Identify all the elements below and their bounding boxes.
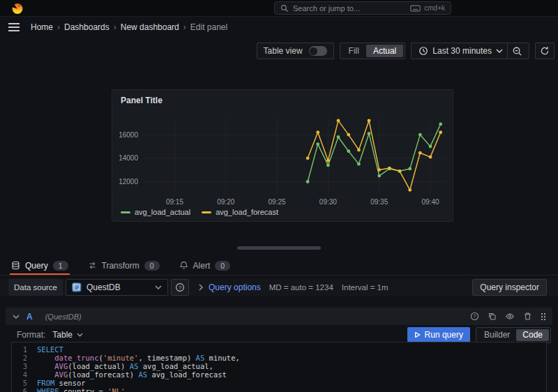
builder-option[interactable]: Builder [478, 329, 516, 341]
keyboard-icon [410, 5, 421, 12]
code-line[interactable]: 1SELECT [12, 345, 546, 354]
panel-controls: Table view Fill Actual Last 30 minutes [257, 43, 555, 59]
tab-alert[interactable]: Alert 0 [178, 256, 232, 275]
run-query-label: Run query [425, 330, 463, 340]
format-label: Format: [17, 330, 45, 340]
svg-text:09:20: 09:20 [217, 198, 234, 206]
hide-query-button[interactable] [505, 312, 515, 321]
tab-transform[interactable]: Transform 0 [86, 256, 161, 275]
tab-label: Alert [193, 261, 211, 271]
svg-text:?: ? [474, 314, 476, 319]
format-value: Table [52, 330, 73, 340]
collapse-chevron-icon[interactable] [13, 315, 20, 319]
legend-label: avg_load_actual [135, 208, 190, 216]
tab-label: Query [25, 261, 48, 271]
refresh-icon [540, 46, 550, 56]
actual-option[interactable]: Actual [366, 45, 403, 57]
query-row-header[interactable]: A (QuestDB) ? [6, 308, 552, 325]
grafana-logo-icon[interactable] [11, 2, 24, 15]
time-range-group: Last 30 minutes [411, 43, 529, 59]
svg-text:09:35: 09:35 [370, 198, 388, 206]
chevron-down-icon [496, 49, 503, 53]
questdb-logo-icon [72, 282, 82, 292]
breadcrumb: Home › Dashboards › New dashboard › Edit… [28, 22, 230, 32]
svg-text:09:40: 09:40 [421, 198, 439, 206]
code-text: WHERE country = 'NL' [37, 387, 125, 392]
breadcrumb-new-dashboard[interactable]: New dashboard [121, 22, 179, 32]
query-help-button[interactable]: ? [470, 312, 479, 321]
duplicate-query-button[interactable] [488, 312, 497, 321]
code-line[interactable]: 5FROM sensor [12, 379, 546, 387]
datasource-picker[interactable]: QuestDB [66, 279, 168, 296]
code-text: AVG(load_forecast) AS avg_load_forecast [37, 370, 227, 379]
clock-icon [418, 46, 428, 56]
code-text: AVG(load_actual) AS avg_load_actual, [37, 362, 213, 370]
search-icon [280, 4, 289, 13]
line-number: 6 [12, 387, 37, 392]
menu-icon[interactable] [8, 23, 20, 31]
breadcrumb-separator: › [183, 22, 186, 32]
bell-icon [179, 261, 188, 270]
run-query-button[interactable]: Run query [407, 327, 470, 342]
builder-code-segmented-control: Builder Code [476, 327, 551, 343]
query-toolbar-row: Format: Table Run query Builder Code [6, 326, 552, 343]
breadcrumb-dashboards[interactable]: Dashboards [64, 22, 110, 32]
fill-actual-segmented-control: Fill Actual [340, 43, 406, 59]
table-view-toggle[interactable]: Table view [257, 43, 334, 59]
code-text: SELECT [37, 345, 63, 354]
toggle-switch-icon[interactable] [309, 46, 327, 56]
format-select[interactable]: Table [52, 330, 83, 340]
svg-text:?: ? [179, 285, 181, 291]
code-line[interactable]: 6WHERE country = 'NL' [12, 387, 546, 392]
code-line[interactable]: 4 AVG(load_forecast) AS avg_load_forecas… [12, 370, 546, 379]
chevron-down-icon [155, 285, 162, 289]
eye-icon [505, 312, 515, 321]
line-number: 2 [12, 354, 37, 362]
legend-item-actual[interactable]: avg_load_actual [121, 208, 190, 216]
search-shortcut-text: cmd+k [424, 4, 445, 12]
interval-summary: Interval = 1m [342, 283, 389, 292]
datasource-help-button[interactable]: ? [171, 279, 189, 296]
line-number: 5 [12, 379, 37, 387]
breadcrumb-home[interactable]: Home [31, 22, 53, 32]
svg-text:09:15: 09:15 [166, 198, 183, 206]
copy-icon [488, 312, 497, 321]
zoom-out-button[interactable] [508, 43, 526, 59]
code-lines: 1SELECT2 date_trunc('minute', timestamp)… [12, 345, 546, 392]
code-line[interactable]: 3 AVG(load_actual) AS avg_load_actual, [12, 362, 546, 370]
time-range-label: Last 30 minutes [432, 46, 492, 56]
legend-item-forecast[interactable]: avg_load_forecast [202, 208, 278, 216]
query-row-actions: ? [470, 312, 545, 321]
tab-query[interactable]: Query 1 [10, 256, 70, 275]
svg-text:09:30: 09:30 [319, 198, 337, 206]
query-options-label: Query options [209, 282, 261, 292]
svg-text:16000: 16000 [119, 131, 138, 139]
sql-code-editor[interactable]: 1SELECT2 date_trunc('minute', timestamp)… [11, 342, 547, 392]
svg-text:12000: 12000 [119, 178, 138, 186]
code-line[interactable]: 2 date_trunc('minute', timestamp) AS min… [12, 354, 546, 362]
refresh-button[interactable] [535, 43, 555, 59]
tab-label: Transform [102, 261, 140, 271]
breadcrumb-separator: › [114, 22, 116, 32]
time-range-picker[interactable]: Last 30 minutes [414, 43, 507, 59]
breadcrumb-separator: › [57, 22, 60, 32]
datasource-name: QuestDB [86, 282, 150, 292]
pane-resize-handle[interactable] [237, 246, 321, 250]
legend-label: avg_load_forecast [216, 208, 278, 216]
line-number: 3 [12, 362, 37, 370]
query-options-toggle[interactable]: Query options [199, 282, 261, 292]
svg-text:14000: 14000 [119, 154, 138, 162]
table-view-label: Table view [264, 46, 303, 56]
datasource-label: Data source [8, 279, 63, 296]
query-inspector-button[interactable]: Query inspector [472, 279, 547, 296]
remove-query-button[interactable] [523, 312, 532, 321]
code-option[interactable]: Code [516, 329, 549, 341]
grafana-edit-panel-screen: { "topbar": { "search": { "placeholder":… [0, 0, 558, 392]
play-icon [414, 331, 421, 338]
fill-option[interactable]: Fill [342, 45, 366, 57]
query-datasource-hint: (QuestDB) [45, 312, 82, 321]
search-shortcut: cmd+k [410, 4, 445, 12]
search-input[interactable]: Search or jump to... cmd+k [274, 1, 451, 15]
panel-title: Panel Title [121, 96, 163, 105]
drag-handle-icon[interactable] [541, 312, 545, 320]
